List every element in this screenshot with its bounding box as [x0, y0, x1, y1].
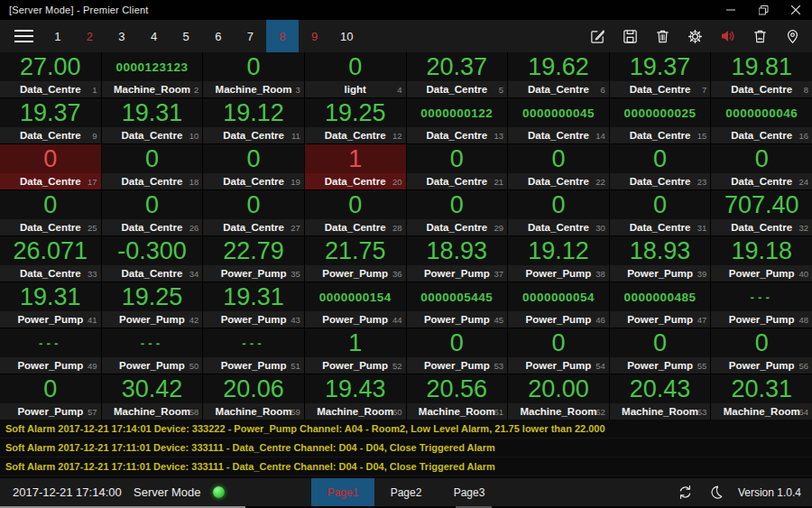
page-tab-Page1[interactable]: Page1	[311, 478, 374, 506]
save-button[interactable]	[614, 20, 646, 52]
cell-strip: Power_Pump43	[203, 311, 304, 328]
cell-index: 3	[296, 85, 300, 95]
grid-cell-21[interactable]: 0Data_Centre21	[407, 144, 508, 189]
grid-cell-14[interactable]: 0000000045Data_Centre14	[508, 98, 609, 143]
grid-cell-13[interactable]: 0000000122Data_Centre13	[407, 98, 508, 143]
grid-cell-26[interactable]: 0Data_Centre26	[102, 190, 203, 236]
tab-10[interactable]: 10	[330, 20, 363, 52]
grid-cell-22[interactable]: 0Data_Centre22	[508, 144, 609, 189]
grid-cell-33[interactable]: 26.071Data_Centre33	[0, 236, 101, 282]
edit-button[interactable]	[581, 20, 614, 52]
grid-cell-17[interactable]: 0Data_Centre17	[0, 144, 101, 189]
alarm-entry[interactable]: Soft Alarm 2017-12-21 17:11:01 Device: 3…	[0, 457, 812, 476]
location-button[interactable]	[776, 20, 808, 52]
grid-cell-5[interactable]: 20.37Data_Centre5	[407, 52, 508, 97]
cell-label: Machine_Room	[317, 406, 393, 417]
grid-cell-40[interactable]: 19.18Power_Pump40	[711, 236, 812, 282]
grid-cell-53[interactable]: 0Power_Pump53	[407, 328, 508, 374]
grid-cell-35[interactable]: 22.79Power_Pump35	[203, 236, 304, 282]
tab-6[interactable]: 6	[202, 20, 235, 52]
tab-7[interactable]: 7	[235, 20, 267, 52]
grid-cell-49[interactable]: ---Power_Pump49	[0, 328, 101, 374]
grid-cell-16[interactable]: 0000000046Data_Centre16	[711, 98, 812, 143]
tab-bar: 12345678910	[0, 20, 812, 52]
settings-button[interactable]	[678, 20, 711, 52]
grid-cell-55[interactable]: 0Power_Pump55	[610, 328, 711, 374]
grid-cell-59[interactable]: 20.06Machine_Room59	[203, 374, 304, 420]
grid-cell-37[interactable]: 18.93Power_Pump37	[407, 236, 508, 282]
grid-cell-41[interactable]: 19.31Power_Pump41	[0, 282, 101, 328]
sync-button[interactable]	[677, 484, 694, 501]
grid-cell-10[interactable]: 19.31Data_Centre10	[102, 98, 203, 143]
grid-cell-38[interactable]: 19.12Power_Pump38	[508, 236, 609, 282]
grid-cell-18[interactable]: 0Data_Centre18	[102, 144, 203, 189]
grid-cell-36[interactable]: 21.75Power_Pump36	[305, 236, 406, 282]
grid-cell-48[interactable]: ---Power_Pump48	[711, 282, 812, 328]
grid-cell-8[interactable]: 19.81Data_Centre8	[711, 52, 812, 97]
cell-strip: Data_Centre19	[203, 173, 304, 189]
grid-cell-61[interactable]: 20.56Machine_Room61	[407, 374, 508, 420]
grid-cell-51[interactable]: ---Power_Pump51	[203, 328, 304, 374]
grid-cell-20[interactable]: 1Data_Centre20	[305, 144, 406, 189]
grid-cell-32[interactable]: 707.40Data_Centre32	[711, 190, 812, 236]
grid-cell-15[interactable]: 0000000025Data_Centre15	[610, 98, 711, 143]
grid-cell-29[interactable]: 0Data_Centre29	[407, 190, 508, 236]
grid-cell-27[interactable]: 0Data_Centre27	[203, 190, 304, 236]
grid-cell-11[interactable]: 19.12Data_Centre11	[203, 98, 304, 143]
grid-cell-47[interactable]: 0000000485Power_Pump47	[610, 282, 711, 328]
grid-cell-64[interactable]: 20.31Machine_Room64	[711, 374, 812, 420]
grid-cell-28[interactable]: 0Data_Centre28	[305, 190, 406, 236]
grid-cell-6[interactable]: 19.62Data_Centre6	[508, 52, 609, 97]
tab-3[interactable]: 3	[106, 20, 138, 52]
grid-cell-7[interactable]: 19.37Data_Centre7	[610, 52, 711, 97]
cell-value: 0	[711, 328, 812, 357]
restore-button[interactable]	[747, 0, 780, 20]
grid-cell-25[interactable]: 0Data_Centre25	[0, 190, 101, 236]
grid-cell-4[interactable]: 0light4	[305, 52, 406, 97]
alarm-entry[interactable]: Soft Alarm 2017-12-21 17:11:01 Device: 3…	[0, 439, 812, 457]
grid-cell-60[interactable]: 19.43Machine_Room60	[305, 374, 406, 420]
tab-1[interactable]: 1	[42, 20, 74, 52]
alarm-entry[interactable]: Soft Alarm 2017-12-21 17:14:01 Device: 3…	[0, 420, 812, 439]
close-button[interactable]	[780, 0, 812, 20]
grid-cell-57[interactable]: 0Power_Pump57	[0, 374, 101, 420]
grid-cell-34[interactable]: -0.300Data_Centre34	[102, 236, 203, 282]
grid-cell-24[interactable]: 0Data_Centre24	[711, 144, 812, 189]
grid-cell-42[interactable]: 19.25Power_Pump42	[102, 282, 203, 328]
tab-8[interactable]: 8	[266, 20, 299, 52]
grid-cell-63[interactable]: 20.43Machine_Room63	[610, 374, 711, 420]
sound-button[interactable]	[711, 20, 743, 52]
tab-2[interactable]: 2	[74, 20, 106, 52]
tab-4[interactable]: 4	[138, 20, 171, 52]
tab-5[interactable]: 5	[170, 20, 202, 52]
grid-cell-39[interactable]: 18.93Power_Pump39	[610, 236, 711, 282]
clear-screen-button[interactable]	[743, 20, 776, 52]
grid-cell-43[interactable]: 19.31Power_Pump43	[203, 282, 304, 328]
night-mode-button[interactable]	[708, 485, 724, 500]
menu-button[interactable]	[0, 20, 42, 52]
grid-cell-12[interactable]: 19.25Data_Centre12	[305, 98, 406, 143]
grid-cell-52[interactable]: 1Power_Pump52	[305, 328, 406, 374]
grid-cell-46[interactable]: 0000000054Power_Pump46	[508, 282, 609, 328]
grid-cell-58[interactable]: 30.42Machine_Room58	[102, 374, 203, 420]
grid-cell-9[interactable]: 19.37Data_Centre9	[0, 98, 101, 143]
tab-9[interactable]: 9	[299, 20, 331, 52]
grid-cell-31[interactable]: 0Data_Centre31	[610, 190, 711, 236]
delete-button[interactable]	[646, 20, 678, 52]
cell-strip: Power_Pump42	[102, 311, 203, 328]
grid-cell-3[interactable]: 0Machine_Room3	[203, 52, 304, 97]
grid-cell-44[interactable]: 0000000154Power_Pump44	[305, 282, 406, 328]
page-tab-Page2[interactable]: Page2	[374, 478, 438, 506]
grid-cell-54[interactable]: 0Power_Pump54	[508, 328, 609, 374]
grid-cell-50[interactable]: ---Power_Pump50	[102, 328, 203, 374]
grid-cell-30[interactable]: 0Data_Centre30	[508, 190, 609, 236]
grid-cell-1[interactable]: 27.00Data_Centre1	[0, 52, 101, 97]
grid-cell-19[interactable]: 0Data_Centre19	[203, 144, 304, 189]
page-tab-Page3[interactable]: Page3	[438, 478, 501, 506]
grid-cell-56[interactable]: 0Power_Pump56	[711, 328, 812, 374]
grid-cell-45[interactable]: 0000005445Power_Pump45	[407, 282, 508, 328]
grid-cell-62[interactable]: 20.00Machine_Room62	[508, 374, 609, 420]
grid-cell-23[interactable]: 0Data_Centre23	[610, 144, 711, 189]
grid-cell-2[interactable]: 0000123123Machine_Room2	[102, 52, 203, 97]
minimize-button[interactable]	[715, 0, 747, 20]
